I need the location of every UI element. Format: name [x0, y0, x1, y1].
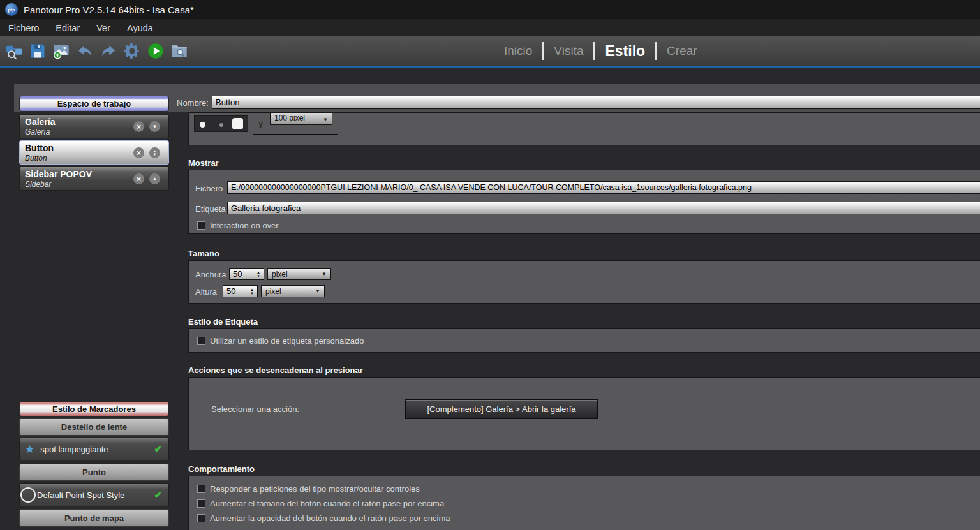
grow-on-hover-label: Aumentar el tamaño del botón cuando el r…: [210, 499, 444, 508]
group-map-point[interactable]: Punto de mapa: [19, 509, 169, 527]
mostrar-section-title: Mostrar: [188, 158, 219, 168]
etiqueta-input[interactable]: [227, 202, 980, 214]
marker-item-label: spot lampeggiante: [40, 445, 154, 454]
tab-estilo[interactable]: Estilo: [605, 43, 645, 60]
toolbar-separator: [177, 38, 177, 64]
workspace-item-galeria[interactable]: Galería Galería × ▼: [19, 114, 169, 138]
check-icon: ✔: [154, 489, 162, 501]
check-icon: ✔: [154, 443, 162, 455]
tamano-section-title: Tamaño: [188, 249, 219, 258]
tab-crear[interactable]: Crear: [667, 44, 697, 58]
tamano-section: Anchura 50 ▲▼ pixel ▼ Altura 50 ▲▼ pixel…: [188, 260, 980, 304]
anchor-position-widget[interactable]: [194, 115, 248, 132]
menu-bar: Fichero Editar Ver Ayuda: [0, 19, 980, 36]
grow-on-hover-checkbox[interactable]: [197, 499, 205, 508]
close-icon[interactable]: ×: [133, 173, 144, 184]
acciones-section: Seleccionar una acción: [Complemento] Ga…: [188, 377, 980, 450]
custom-label-style-label: Utilizar un estilo de etiqueta personalz…: [210, 336, 364, 346]
marker-item-spot-lampeggiante[interactable]: ★ spot lampeggiante ✔: [19, 438, 169, 460]
group-point[interactable]: Punto: [19, 464, 169, 481]
menu-ayuda[interactable]: Ayuda: [119, 19, 161, 36]
action-button[interactable]: [Complemento] Galería > Abrir la galería: [406, 400, 597, 418]
circle-icon: [20, 487, 36, 503]
folder-preview-icon[interactable]: [168, 40, 190, 63]
marker-item-default-point-spot[interactable]: Default Point Spot Style ✔: [19, 483, 169, 506]
spin-down-icon[interactable]: ▼: [250, 291, 254, 295]
move-up-down-icon[interactable]: ▲▼: [149, 147, 160, 158]
anchura-unit-value: pixel: [272, 270, 288, 279]
chevron-down-icon: ▼: [322, 271, 327, 277]
altura-unit-value: pixel: [265, 287, 281, 296]
tab-visita[interactable]: Visita: [554, 44, 583, 58]
workspace-header: Espacio de trabajo: [19, 96, 169, 112]
menu-fichero[interactable]: Fichero: [0, 19, 47, 36]
anchura-unit-dropdown[interactable]: pixel ▼: [267, 268, 331, 280]
mostrar-section: Fichero Etiqueta Interaction on over: [188, 170, 980, 234]
spin-down-icon[interactable]: ▼: [256, 274, 260, 278]
build-play-icon[interactable]: [145, 40, 167, 63]
tab-separator: [593, 42, 595, 60]
item-title: Sidebar POPOV: [25, 169, 92, 179]
anchor-dot-left[interactable]: [200, 122, 205, 128]
down-icon: ▼: [153, 153, 157, 156]
anchura-label: Anchura: [195, 270, 226, 279]
move-down-icon[interactable]: ▼: [149, 121, 160, 132]
item-subtitle: Galería: [25, 128, 50, 136]
fichero-input[interactable]: [227, 181, 980, 194]
workspace-item-sidebar-popov[interactable]: Sidebar POPOV Sidebar × ▲: [19, 166, 169, 191]
save-icon[interactable]: [27, 40, 48, 63]
title-bar: ptp Panotour Pro V2.5.14 64bits - Isa Ca…: [0, 0, 980, 19]
tab-separator: [542, 42, 544, 60]
altura-label: Altura: [195, 287, 217, 297]
altura-unit-dropdown[interactable]: pixel ▼: [261, 285, 325, 297]
opacity-on-hover-label: Aumentar la opacidad del botón cuando el…: [210, 513, 450, 523]
tab-inicio[interactable]: Inicio: [504, 44, 532, 58]
item-title: Galería: [25, 117, 55, 127]
select-action-label: Seleccionar una acción:: [211, 404, 299, 414]
sidebar: Espacio de trabajo Galería Galería × ▼ B…: [19, 94, 169, 530]
main-tabs: Inicio Visita Estilo Crear: [504, 36, 697, 66]
item-title: Button: [25, 143, 54, 153]
altura-value: 50: [226, 286, 235, 296]
workspace-item-button[interactable]: Button Button × ▲▼: [19, 140, 169, 165]
comportamiento-section: Responder a peticiones del tipo mostrar/…: [188, 476, 980, 530]
interaction-on-over-label: Interaction on over: [210, 221, 279, 230]
markers-style-header: Estilo de Marcadores: [19, 401, 169, 416]
settings-gear-icon[interactable]: [121, 40, 143, 63]
window-title: Panotour Pro V2.5.14 64bits - Isa Casa*: [24, 4, 194, 15]
marker-item-label: Default Point Spot Style: [37, 490, 154, 500]
redo-icon[interactable]: [98, 40, 119, 63]
nombre-input[interactable]: [212, 96, 980, 109]
altura-spinner[interactable]: 50 ▲▼: [223, 285, 258, 297]
undo-icon[interactable]: [74, 40, 96, 63]
show-hide-controls-checkbox[interactable]: [197, 485, 205, 493]
etiqueta-label: Etiqueta: [195, 204, 226, 214]
position-section-partial: y 100 pixel ▼: [188, 112, 980, 145]
star-icon: ★: [25, 443, 34, 456]
chevron-down-icon: ▼: [323, 117, 328, 122]
add-image-icon[interactable]: [50, 40, 72, 63]
move-up-icon[interactable]: ▲: [149, 173, 160, 184]
anchura-spinner[interactable]: 50 ▲▼: [229, 268, 264, 280]
acciones-section-title: Acciones que se desencadenan al presiona…: [188, 365, 363, 375]
anchura-value: 50: [233, 269, 242, 279]
group-lens-flare[interactable]: Destello de lente: [19, 418, 169, 436]
close-icon[interactable]: ×: [133, 147, 144, 158]
tab-separator: [655, 42, 657, 60]
menu-editar[interactable]: Editar: [47, 19, 88, 36]
item-subtitle: Button: [25, 154, 47, 163]
fichero-label: Fichero: [195, 184, 223, 193]
y-position-group: y 100 pixel ▼: [253, 112, 338, 135]
estilo-etiqueta-section-title: Estilo de Etiqueta: [188, 317, 258, 327]
menu-ver[interactable]: Ver: [88, 19, 119, 36]
project-search-icon[interactable]: [3, 40, 25, 63]
anchor-dot-center[interactable]: [219, 123, 223, 127]
anchor-square[interactable]: [232, 118, 243, 129]
app-logo-icon: ptp: [5, 3, 18, 16]
opacity-on-hover-checkbox[interactable]: [197, 514, 205, 522]
y-unit-dropdown[interactable]: 100 pixel ▼: [270, 112, 332, 125]
interaction-on-over-checkbox[interactable]: [197, 221, 205, 230]
close-icon[interactable]: ×: [133, 121, 144, 132]
custom-label-style-checkbox[interactable]: [197, 337, 205, 345]
y-unit-value: 100 pixel: [274, 114, 305, 122]
